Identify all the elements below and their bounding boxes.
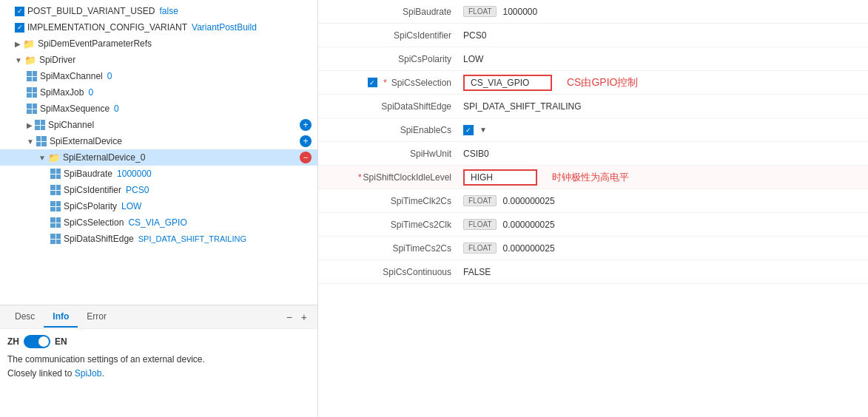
tree-item-impl-config[interactable]: ✓ IMPLEMENTATION_CONFIG_VARIANT VariantP… [0,19,317,35]
row-spicsidentifier: SpiCsIdentifier PCS0 [318,24,868,47]
folder-icon-spidriver: 📁 [24,55,36,66]
grid-icon-spidatashiftedge [50,234,61,244]
tree-item-spicsidentifier[interactable]: SpiCsIdentifier PCS0 [0,182,317,198]
val-spicscontinuous: FALSE [463,267,491,277]
tree-item-spibaudrate[interactable]: SpiBaudrate 1000000 [0,166,317,182]
row-spicspolarity: SpiCsPolarity LOW [318,47,868,71]
tree-label-spidatashiftedge: SpiDataShiftEdge [64,234,134,244]
tree-item-spicsselection[interactable]: SpiCsSelection CS_VIA_GPIO [0,214,317,231]
val-spitimeclk2cs: 0.000000025 [502,196,554,206]
tree-item-spimaxsequence[interactable]: SpiMaxSequence 0 [0,101,317,117]
value-spibaudrate: FLOAT 1000000 [463,6,856,17]
checkbox-spienablecs[interactable]: ✓ [463,125,474,135]
tree-label-spimaxsequence: SpiMaxSequence [40,104,110,114]
tree-label-impl-config: IMPLEMENTATION_CONFIG_VARIANT [27,22,187,33]
annotation-spishiftclock: 时钟极性为高电平 [552,171,629,184]
annotation-spicsselection: CS由GPIO控制 [567,76,638,89]
badge-spitimecs2cs: FLOAT [463,243,497,254]
tree-item-spimaxchannel[interactable]: SpiMaxChannel 0 [0,68,317,84]
tree-value-spidatashiftedge: SPI_DATA_SHIFT_TRAILING [138,234,246,243]
tree-value-spicsselection: CS_VIA_GPIO [128,217,186,228]
row-spihwunit: SpiHwUnit CSIB0 [318,142,868,166]
value-spienablecs: ✓ ▼ [463,125,856,135]
toggle-thumb [38,336,49,347]
info-text-line1: The communication settings of an externa… [7,354,205,365]
badge-spitimeclk2cs: FLOAT [463,195,497,206]
star-spicsselection: * [383,78,387,88]
tree-label-spimaxjob: SpiMaxJob [40,87,84,98]
tree-item-spidatashiftedge[interactable]: SpiDataShiftEdge SPI_DATA_SHIFT_TRAILING [0,231,317,247]
tree-label-spichannel: SpiChannel [48,120,94,130]
input-spishiftclock[interactable] [463,169,537,186]
row-spitimecs2cs: SpiTimeCs2Cs FLOAT 0.000000025 [318,237,868,260]
label-spitimecs2clk: SpiTimeCs2Clk [330,220,463,230]
checkbox-post-build[interactable]: ✓ [15,7,24,16]
row-spidatashiftedge: SpiDataShiftEdge SPI_DATA_SHIFT_TRAILING [318,95,868,118]
tree-label-spibaudrate: SpiBaudrate [64,169,112,179]
tree-label-spicsidentifier: SpiCsIdentifier [64,185,121,195]
spijob-link[interactable]: SpiJob [75,368,102,379]
tree-value-spicspolarity: LOW [121,201,141,211]
tree-value-post-build: false [160,6,178,16]
tree-label-spiexternal: SpiExternalDevice [50,136,122,146]
checkbox-impl-config[interactable]: ✓ [15,23,24,33]
tree-value-spicsidentifier: PCS0 [126,185,149,195]
arrow-spidem: ▶ [15,40,21,48]
add-spiexternal-button[interactable]: + [300,135,312,147]
right-panel: SpiBaudrate FLOAT 1000000 SpiCsIdentifie… [318,0,868,417]
grid-icon-spicsidentifier [50,185,61,195]
lang-toggle: ZH EN [7,335,310,348]
folder-icon-spiexternal0: 📁 [48,152,60,163]
tab-info[interactable]: Info [44,307,78,328]
collapse-button[interactable]: − [282,308,297,326]
info-text-period: . [101,368,104,379]
info-panel: ZH EN The communication settings of an e… [0,328,317,417]
grid-icon-spimaxjob [27,87,37,98]
row-spienablecs: SpiEnableCs ✓ ▼ [318,118,868,142]
row-spitimecs2clk: SpiTimeCs2Clk FLOAT 0.000000025 [318,213,868,237]
tree-value-spibaudrate: 1000000 [117,169,152,179]
arrow-spichannel: ▶ [27,121,33,129]
row-spicsselection: ✓ *SpiCsSelection CS由GPIO控制 [318,71,868,95]
tabs-bar: Desc Info Error − + [0,305,317,328]
tree-label-spicsselection: SpiCsSelection [64,217,124,228]
tree-item-spimaxjob[interactable]: SpiMaxJob 0 [0,84,317,101]
lang-toggle-switch[interactable] [24,335,50,348]
tree-label-spimaxchannel: SpiMaxChannel [40,71,103,81]
grid-icon-spimaxchannel [27,71,37,81]
tree-item-spidem[interactable]: ▶ 📁 SpiDemEventParameterRefs [0,35,317,52]
label-spicsidentifier: SpiCsIdentifier [330,30,463,41]
tree-label-spidem: SpiDemEventParameterRefs [38,38,152,49]
label-spicspolarity: SpiCsPolarity [330,54,463,64]
tree-item-spiexternal0[interactable]: ▼ 📁 SpiExternalDevice_0 − [0,149,317,166]
label-spitimecs2cs: SpiTimeCs2Cs [330,243,463,254]
label-spibaudrate: SpiBaudrate [330,7,463,17]
tree-value-spimaxchannel: 0 [107,71,112,81]
remove-spiexternal0-button[interactable]: − [300,152,312,163]
value-spitimecs2cs: FLOAT 0.000000025 [463,243,856,254]
tab-desc[interactable]: Desc [6,307,44,328]
tree-label-spiexternal0: SpiExternalDevice_0 [63,152,145,163]
tree-item-spicspolarity[interactable]: SpiCsPolarity LOW [0,198,317,214]
val-spidatashiftedge: SPI_DATA_SHIFT_TRAILING [463,101,582,112]
arrow-spidriver: ▼ [15,56,22,64]
tree-item-post-build[interactable]: ✓ POST_BUILD_VARIANT_USED false [0,3,317,19]
label-spishiftclock: *SpiShiftClockIdleLevel [330,172,463,183]
add-spichannel-button[interactable]: + [300,119,312,131]
input-spicsselection[interactable] [463,75,552,91]
tab-error[interactable]: Error [78,307,115,328]
info-text: The communication settings of an externa… [7,353,310,381]
tree-area: ✓ POST_BUILD_VARIANT_USED false ✓ IMPLEM… [0,0,317,305]
expand-button[interactable]: + [297,308,312,326]
val-spicsidentifier: PCS0 [463,30,486,41]
tree-value-spimaxjob: 0 [88,87,93,98]
dropdown-spienablecs[interactable]: ▼ [480,126,487,134]
tree-item-spidriver[interactable]: ▼ 📁 SpiDriver [0,52,317,68]
label-spienablecs: SpiEnableCs [330,125,463,135]
checkbox-spicsselection[interactable]: ✓ [368,78,377,87]
row-spitimeclk2cs: SpiTimeClk2Cs FLOAT 0.000000025 [318,189,868,213]
tree-item-spiexternal[interactable]: ▼ SpiExternalDevice + [0,133,317,149]
grid-icon-spimaxsequence [27,104,37,114]
tree-item-spichannel[interactable]: ▶ SpiChannel + [0,117,317,133]
zh-label: ZH [7,336,19,347]
